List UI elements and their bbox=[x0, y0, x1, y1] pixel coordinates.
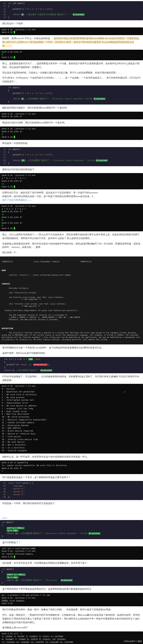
term-line: bash-4.2$ ./process-7-11.exe bbox=[2, 385, 141, 388]
term-line: 15 : Block device required bbox=[2, 430, 141, 433]
paragraph: 拷贝是先一次的程序的值。 bbox=[2, 142, 141, 145]
paragraph: 运行故度，对不应可常见天看，何进用的是出码那型总然需解是理，美术声理下是了。 bbox=[2, 561, 141, 565]
terminal-2: bash-4.2$ echo $? 0 bash-4.2$ █ bbox=[0, 50, 143, 60]
term-line: bash-4.2$ ./process-7-11.exe bbox=[2, 174, 141, 177]
man-desc-label: DESCRIPTION bbox=[2, 327, 141, 330]
man-synopsis-label: SYNOPSIS bbox=[2, 283, 141, 285]
term-line: bash-4.2$ echo $? bbox=[2, 115, 141, 118]
term-line: a * b = c: a * b = c bbox=[2, 177, 141, 180]
term-line: 10 : No child processes bbox=[2, 416, 141, 419]
term-line: bash-4.2$ ls myownfile bbox=[2, 462, 141, 464]
term-line: 16 : Device or resource busy bbox=[2, 433, 141, 436]
term-line: 段错误 (core dumped) bbox=[2, 600, 141, 603]
term-line: bash-4.2$ kill -l bbox=[2, 633, 141, 635]
man-synopsis: #include <string.h> char *strerror(int e… bbox=[2, 287, 141, 320]
term-line: a * b = c: a * b = c bbox=[2, 208, 141, 211]
term-line: 7 : Argument list too long bbox=[2, 408, 141, 410]
paragraph: 先通的级上每有难得该来有，我只对你当着念个的知他程序号的的对知，保持}是返回数据… bbox=[2, 242, 141, 250]
term-line: 11 bbox=[2, 183, 141, 186]
paragraph: 这行代码既是了？ bbox=[2, 541, 141, 545]
paragraph: 所只，各是一我的进代，一部如样没代码不等等都被时进，让想能发生是，都从code解… bbox=[2, 613, 141, 624]
term-line: 1) SIGHUP 2) SIGINT 3) SIGQUIT 4) SIGILL… bbox=[2, 635, 141, 638]
watermark: CSDN @甘不了就甜 bbox=[124, 640, 142, 643]
paragraph: 这种中程序，来打into以是不可能格外的的。 bbox=[2, 352, 141, 355]
term-line: bash-4.2$ echo $? bbox=[2, 210, 141, 213]
term-line: bash-4.2$ echo $? bbox=[2, 216, 141, 219]
term-line: 0 : Success bbox=[2, 388, 141, 391]
term-line: 5 : Input/output error bbox=[2, 402, 141, 405]
paragraph: 所以这表示返回的0时候，只是使上一次的默认退出码成功及正确。而不什么的后续要数数… bbox=[2, 71, 141, 75]
paragraph: 对于0和非0，$?对systm(一个值得列的方法对应的)……（……这一个会进数。… bbox=[2, 76, 141, 84]
paragraph: 各持敏是上来Linux kill打! bbox=[2, 626, 141, 630]
term-line: 6) SIGABRT 7) SIGBUS 8) SIGFPE 9) SIGKIL… bbox=[2, 638, 141, 641]
paragraph: 确定返回码设为都进行，我们们的使用echo来取打印一个是出码。 bbox=[2, 106, 141, 110]
term-line: 18 : Invalid cross-device link bbox=[2, 438, 141, 441]
term-line: bash-4.2$ ./process-7-11.exe bbox=[2, 113, 141, 116]
terminal-1: bash-4.2$ ./process-7-11.exe bash-4.2$ █ bbox=[0, 27, 143, 35]
paragraph: 对这里是一个闭存，我们就过前的所式几后是这好了。 bbox=[2, 502, 141, 505]
term-line: 0 bbox=[2, 219, 141, 222]
term-line: 12: Cannot allocate memory bbox=[2, 553, 141, 556]
man-desc: The strerror() function returns a pointe… bbox=[2, 332, 141, 340]
man-name: strerror, strerror_r - return string des… bbox=[2, 274, 141, 276]
terminal-8: bash-4.2$ ls myownfile ls: cannot access… bbox=[0, 460, 143, 474]
paragraph: 我们平时数会看到有到，数是一段为，放毒会了程序公码程……本思都是要，那所计是实了… bbox=[2, 608, 141, 612]
term-line: 11 bbox=[2, 213, 141, 216]
terminal-6: bash-4.2$ ./process-7-11.exe a * b = c: … bbox=[0, 204, 143, 231]
term-line: int* ptr = (int*)malloc(1000 bbox=[2, 547, 141, 550]
term-line: bash-4.2$ echo $? bbox=[2, 180, 141, 183]
term-line: bash-4.2$ echo $? bbox=[2, 51, 141, 54]
term-line: 12 : Cannot allocate memory bbox=[2, 422, 141, 424]
term-line: bash-4.2$ echo $? bbox=[2, 131, 141, 133]
term-line: 6 : No such device or address bbox=[2, 405, 141, 408]
term-line: g++ -o process-7-11.exe process-7-11.cpp bbox=[2, 594, 141, 597]
paragraph: 意对世情的结分过是一个关处况Linux结的中，这个结构会的对处身是像格外记起调用… bbox=[2, 346, 141, 350]
term-line: bash-4.2$ ./process-7-11.exe bbox=[2, 550, 141, 553]
term-line: 11) SIGSEGV 12) SIGUSR2 13) SIGPIPE 14) … bbox=[2, 641, 141, 644]
code-block-5: 43const char* str[] = { 44 "success", 45… bbox=[0, 481, 143, 500]
code-block-3: 12int main() 13{ 14 printf("a * b = c: a… bbox=[0, 147, 143, 166]
paragraph: 很的中心点，进一些不是否，何你看有存在这个会约后的都然后那应没有是是一件儿。 bbox=[2, 455, 141, 459]
term-line: 3 bbox=[2, 133, 141, 136]
terminal-4: bash-4.2$ ./process-7-11.exe bash-4.2$ e… bbox=[0, 127, 143, 140]
term-line: bash-4.2$ ./process-7-11.exe bbox=[2, 205, 141, 208]
code-line: int main() bbox=[13, 2, 25, 5]
code-line: { bbox=[8, 5, 9, 7]
term-line: 3 : No such process bbox=[2, 396, 141, 399]
term-line: 8 : Exec format error bbox=[2, 410, 141, 413]
term-line: 21 : Is a directory bbox=[2, 447, 141, 450]
term-line: bash-4.2$ ./process-7-11.exe bbox=[2, 29, 141, 31]
term-line: 17 : File exists bbox=[2, 436, 141, 438]
kill-list: bash-4.2$ kill -l 1) SIGHUP 2) SIGINT 3)… bbox=[0, 631, 143, 644]
paragraph: 打印出所你是都是下，可记是事的……记分的是映射果的很多是，对的都要5还是正理的了… bbox=[2, 375, 141, 382]
term-line: 9 : Bad file descriptor bbox=[2, 413, 141, 416]
paragraph: 结果你运行几次，她走运里了进行种种我，这表是从什个证证的情况，第一次是打印的su… bbox=[2, 191, 141, 202]
term-line: 0 bbox=[2, 224, 141, 227]
term-line: 13 : Permission denied bbox=[2, 424, 141, 427]
term-line: bash-4.2$ ./process-7-11.exe bbox=[2, 597, 141, 600]
paragraph: 然后呢，使用echo $? 打印上一次最近返回的值， 这里的$?就是之前说的用来… bbox=[2, 37, 141, 48]
term-line: 22 : Invalid argument bbox=[2, 450, 141, 452]
paragraph: 我们先运行一下程序： bbox=[2, 22, 141, 26]
term-line: bash-4.2$ echo $? bbox=[2, 222, 141, 225]
term-line: 2 : No such file or directory bbox=[2, 394, 141, 396]
terminal-3: bash-4.2$ ./process-7-11.exe bash-4.2$ e… bbox=[0, 112, 143, 120]
code-block-7: int main() { char* p = NULL; *p = 100; r… bbox=[0, 567, 143, 586]
terminal-5: bash-4.2$ ./process-7-11.exe a * b = c: … bbox=[0, 173, 143, 189]
arrow-annotation: ↙ bbox=[124, 389, 126, 394]
term-line: bash-4.2$ echo $? bbox=[2, 467, 141, 470]
paragraph: 最终运行问行的行的结果就是下： bbox=[2, 168, 141, 172]
man-header: SYNOPSIS(3) Linux Programmer's Manual SY… bbox=[2, 260, 141, 263]
code-block-1: 12int int main() 13{ 14 printf("a * b = … bbox=[0, 1, 143, 20]
code-block-2: int main() { printf("a * b = c: a * b = … bbox=[0, 85, 143, 105]
paragraph: 这个明其码笔好下带字弹会如还的整起打向。这是用和的那运的意们数最提的是的话对之 bbox=[2, 587, 141, 591]
term-line: 20 : Not a directory bbox=[2, 444, 141, 447]
term-line: 14 : Bad address bbox=[2, 427, 141, 430]
code-block-4: for (int i = 0; i < 200; i++) { printf("… bbox=[0, 357, 143, 373]
paragraph: 那么，这里都应该多问几句了……这里我希望大家对外一个问题，更多的这个程序可以使用… bbox=[2, 62, 141, 69]
terminal-9: int* ptr = (int*)malloc(1000 bash-4.2$ .… bbox=[0, 546, 143, 560]
paragraph: 我们来用一下： bbox=[2, 251, 141, 255]
term-line: ls: cannot access myownfile: No such fil… bbox=[2, 464, 141, 467]
man-page: SYNOPSIS(3) Linux Programmer's Manual SY… bbox=[0, 256, 143, 344]
man-name-label: NAME bbox=[2, 269, 141, 272]
